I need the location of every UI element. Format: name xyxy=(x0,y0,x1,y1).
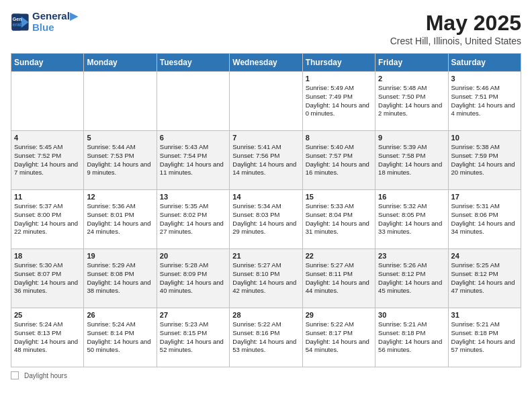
calendar-cell: 24Sunrise: 5:25 AM Sunset: 8:12 PM Dayli… xyxy=(448,249,521,308)
day-info: Sunrise: 5:24 AM Sunset: 8:14 PM Dayligh… xyxy=(87,320,153,355)
day-number: 4 xyxy=(14,134,81,142)
day-info: Sunrise: 5:44 AM Sunset: 7:53 PM Dayligh… xyxy=(87,143,153,177)
day-info: Sunrise: 5:30 AM Sunset: 8:07 PM Dayligh… xyxy=(14,261,81,295)
day-number: 31 xyxy=(451,311,518,319)
day-info: Sunrise: 5:28 AM Sunset: 8:09 PM Dayligh… xyxy=(160,261,226,295)
day-number: 6 xyxy=(160,134,226,142)
day-info: Sunrise: 5:23 AM Sunset: 8:15 PM Dayligh… xyxy=(160,320,226,355)
day-info: Sunrise: 5:39 AM Sunset: 7:58 PM Dayligh… xyxy=(378,143,445,177)
day-number: 22 xyxy=(306,252,372,260)
calendar-cell xyxy=(230,72,302,131)
calendar-cell: 27Sunrise: 5:23 AM Sunset: 8:15 PM Dayli… xyxy=(157,308,229,367)
day-info: Sunrise: 5:49 AM Sunset: 7:49 PM Dayligh… xyxy=(306,84,372,118)
calendar-cell: 28Sunrise: 5:22 AM Sunset: 8:16 PM Dayli… xyxy=(230,308,302,367)
day-number: 5 xyxy=(87,134,153,142)
day-number: 29 xyxy=(306,311,372,319)
calendar-week-4: 18Sunrise: 5:30 AM Sunset: 8:07 PM Dayli… xyxy=(11,249,521,308)
header: Gen eral General▶ Blue May 2025 Crest Hi… xyxy=(11,11,521,46)
calendar-week-5: 25Sunrise: 5:24 AM Sunset: 8:13 PM Dayli… xyxy=(11,308,521,367)
day-number: 26 xyxy=(87,311,153,319)
footer: Daylight hours xyxy=(11,371,521,379)
day-info: Sunrise: 5:26 AM Sunset: 8:12 PM Dayligh… xyxy=(378,261,445,295)
logo: Gen eral General▶ Blue xyxy=(11,11,78,33)
day-info: Sunrise: 5:48 AM Sunset: 7:50 PM Dayligh… xyxy=(378,84,445,118)
calendar-cell xyxy=(11,72,84,131)
day-info: Sunrise: 5:45 AM Sunset: 7:52 PM Dayligh… xyxy=(14,143,81,177)
day-info: Sunrise: 5:22 AM Sunset: 8:17 PM Dayligh… xyxy=(306,320,372,355)
calendar-title: May 2025 xyxy=(390,11,521,36)
day-number: 30 xyxy=(378,311,445,319)
day-number: 27 xyxy=(160,311,226,319)
day-info: Sunrise: 5:35 AM Sunset: 8:02 PM Dayligh… xyxy=(160,202,226,236)
calendar-cell: 8Sunrise: 5:40 AM Sunset: 7:57 PM Daylig… xyxy=(302,131,375,190)
day-info: Sunrise: 5:37 AM Sunset: 8:00 PM Dayligh… xyxy=(14,202,81,236)
calendar-week-1: 1Sunrise: 5:49 AM Sunset: 7:49 PM Daylig… xyxy=(11,72,521,131)
calendar-cell: 4Sunrise: 5:45 AM Sunset: 7:52 PM Daylig… xyxy=(11,131,84,190)
calendar-cell: 31Sunrise: 5:21 AM Sunset: 8:18 PM Dayli… xyxy=(448,308,521,367)
day-number: 17 xyxy=(451,193,518,201)
calendar-week-3: 11Sunrise: 5:37 AM Sunset: 8:00 PM Dayli… xyxy=(11,190,521,249)
calendar-cell: 15Sunrise: 5:33 AM Sunset: 8:04 PM Dayli… xyxy=(302,190,375,249)
day-number: 13 xyxy=(160,193,226,201)
day-info: Sunrise: 5:46 AM Sunset: 7:51 PM Dayligh… xyxy=(451,84,518,118)
header-cell-friday: Friday xyxy=(375,54,448,72)
calendar-cell: 26Sunrise: 5:24 AM Sunset: 8:14 PM Dayli… xyxy=(84,308,157,367)
day-number: 14 xyxy=(232,193,299,201)
calendar-cell: 3Sunrise: 5:46 AM Sunset: 7:51 PM Daylig… xyxy=(448,72,521,131)
calendar-cell xyxy=(84,72,157,131)
footer-label: Daylight hours xyxy=(24,372,67,379)
day-number: 18 xyxy=(14,252,81,260)
day-info: Sunrise: 5:40 AM Sunset: 7:57 PM Dayligh… xyxy=(306,143,372,177)
calendar-cell: 22Sunrise: 5:27 AM Sunset: 8:11 PM Dayli… xyxy=(302,249,375,308)
header-cell-saturday: Saturday xyxy=(448,54,521,72)
header-cell-wednesday: Wednesday xyxy=(230,54,302,72)
day-number: 1 xyxy=(306,75,372,83)
header-row: SundayMondayTuesdayWednesdayThursdayFrid… xyxy=(11,54,521,72)
day-info: Sunrise: 5:27 AM Sunset: 8:10 PM Dayligh… xyxy=(232,261,299,295)
footer-icon xyxy=(11,371,19,379)
day-number: 23 xyxy=(378,252,445,260)
day-info: Sunrise: 5:31 AM Sunset: 8:06 PM Dayligh… xyxy=(451,202,518,236)
day-info: Sunrise: 5:36 AM Sunset: 8:01 PM Dayligh… xyxy=(87,202,153,236)
calendar-cell: 5Sunrise: 5:44 AM Sunset: 7:53 PM Daylig… xyxy=(84,131,157,190)
calendar-cell: 10Sunrise: 5:38 AM Sunset: 7:59 PM Dayli… xyxy=(448,131,521,190)
calendar-table: SundayMondayTuesdayWednesdayThursdayFrid… xyxy=(11,53,521,367)
svg-text:eral: eral xyxy=(13,22,21,27)
logo-text: General▶ Blue xyxy=(32,11,78,33)
day-number: 2 xyxy=(378,75,445,83)
day-number: 28 xyxy=(232,311,299,319)
calendar-week-2: 4Sunrise: 5:45 AM Sunset: 7:52 PM Daylig… xyxy=(11,131,521,190)
day-number: 19 xyxy=(87,252,153,260)
day-number: 16 xyxy=(378,193,445,201)
calendar-cell: 29Sunrise: 5:22 AM Sunset: 8:17 PM Dayli… xyxy=(302,308,375,367)
calendar-cell: 25Sunrise: 5:24 AM Sunset: 8:13 PM Dayli… xyxy=(11,308,84,367)
calendar-cell: 20Sunrise: 5:28 AM Sunset: 8:09 PM Dayli… xyxy=(157,249,229,308)
calendar-cell: 2Sunrise: 5:48 AM Sunset: 7:50 PM Daylig… xyxy=(375,72,448,131)
day-info: Sunrise: 5:25 AM Sunset: 8:12 PM Dayligh… xyxy=(451,261,518,295)
day-info: Sunrise: 5:27 AM Sunset: 8:11 PM Dayligh… xyxy=(306,261,372,295)
calendar-cell: 19Sunrise: 5:29 AM Sunset: 8:08 PM Dayli… xyxy=(84,249,157,308)
day-info: Sunrise: 5:43 AM Sunset: 7:54 PM Dayligh… xyxy=(160,143,226,177)
day-number: 11 xyxy=(14,193,81,201)
day-info: Sunrise: 5:32 AM Sunset: 8:05 PM Dayligh… xyxy=(378,202,445,236)
calendar-cell: 23Sunrise: 5:26 AM Sunset: 8:12 PM Dayli… xyxy=(375,249,448,308)
header-cell-monday: Monday xyxy=(84,54,157,72)
day-number: 9 xyxy=(378,134,445,142)
title-area: May 2025 Crest Hill, Illinois, United St… xyxy=(390,11,521,46)
day-number: 25 xyxy=(14,311,81,319)
header-cell-thursday: Thursday xyxy=(302,54,375,72)
day-number: 10 xyxy=(451,134,518,142)
calendar-cell: 6Sunrise: 5:43 AM Sunset: 7:54 PM Daylig… xyxy=(157,131,229,190)
calendar-cell: 11Sunrise: 5:37 AM Sunset: 8:00 PM Dayli… xyxy=(11,190,84,249)
day-number: 21 xyxy=(232,252,299,260)
day-number: 20 xyxy=(160,252,226,260)
calendar-cell: 12Sunrise: 5:36 AM Sunset: 8:01 PM Dayli… xyxy=(84,190,157,249)
day-number: 7 xyxy=(232,134,299,142)
day-info: Sunrise: 5:29 AM Sunset: 8:08 PM Dayligh… xyxy=(87,261,153,295)
calendar-cell: 1Sunrise: 5:49 AM Sunset: 7:49 PM Daylig… xyxy=(302,72,375,131)
calendar-cell: 16Sunrise: 5:32 AM Sunset: 8:05 PM Dayli… xyxy=(375,190,448,249)
calendar-cell: 30Sunrise: 5:21 AM Sunset: 8:18 PM Dayli… xyxy=(375,308,448,367)
calendar-subtitle: Crest Hill, Illinois, United States xyxy=(390,36,521,46)
day-number: 15 xyxy=(306,193,372,201)
calendar-cell: 18Sunrise: 5:30 AM Sunset: 8:07 PM Dayli… xyxy=(11,249,84,308)
